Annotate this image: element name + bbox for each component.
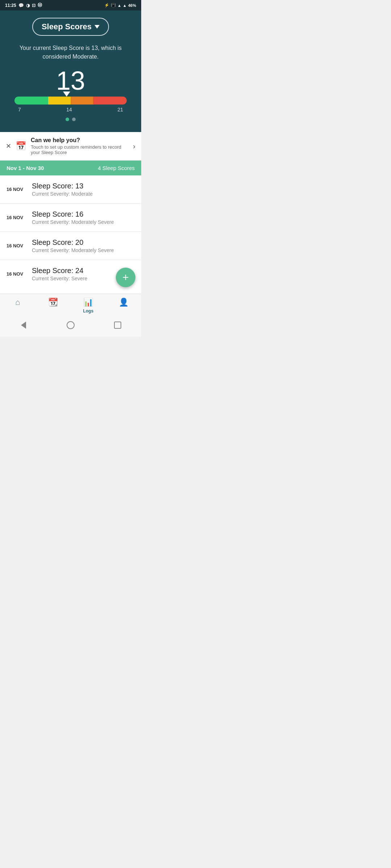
entry-date-1: 16 NOV (7, 187, 32, 192)
home-label: . (17, 309, 18, 314)
nav-item-profile[interactable]: 👤 . (111, 298, 136, 314)
entry-content-3: Sleep Score: 20 Current Severity: Modera… (32, 238, 135, 253)
score-bar (14, 97, 127, 105)
entry-content-1: Sleep Score: 13 Current Severity: Modera… (32, 182, 135, 197)
list-item[interactable]: 16 NOV Sleep Score: 13 Current Severity:… (0, 175, 141, 204)
calendar-nav-icon: 📆 (48, 298, 58, 307)
dot-1[interactable] (66, 118, 69, 121)
vibrate-icon: 📳 (111, 3, 116, 8)
entry-severity-1: Current Severity: Moderate (32, 191, 135, 197)
scale-label-7: 7 (18, 107, 21, 112)
score-count: 4 Sleep Scores (98, 165, 135, 171)
calendar-nav-label: . (52, 309, 54, 314)
calendar-icon: 📅 (16, 141, 26, 151)
status-right: ⚡ 📳 ▲ ▲ 46% (104, 3, 136, 8)
hero-section: Sleep Scores Your current Sleep Score is… (0, 10, 141, 132)
entry-date-4: 16 NOV (7, 271, 32, 277)
home-button[interactable] (66, 320, 76, 330)
back-button[interactable] (18, 320, 29, 330)
hero-title: Sleep Scores (42, 22, 92, 31)
dot-2[interactable] (72, 118, 76, 121)
chevron-right-icon[interactable]: › (133, 142, 135, 150)
entry-date-2: 16 NOV (7, 215, 32, 220)
signal-icon: ▲ (123, 3, 127, 8)
status-left: 11:25 💬 ◑ ⊡ Ⓜ (5, 2, 42, 8)
recents-button[interactable] (113, 320, 123, 330)
recents-icon (114, 322, 121, 329)
sync-icon: ◑ (26, 3, 30, 8)
hero-subtitle: Your current Sleep Score is 13, which is… (13, 44, 129, 61)
entry-score-1: Sleep Score: 13 (32, 182, 135, 190)
nav-item-calendar[interactable]: 📆 . (40, 298, 66, 314)
bluetooth-icon: ⚡ (104, 3, 109, 8)
entry-severity-3: Current Severity: Moderately Severe (32, 247, 135, 253)
list-item[interactable]: 16 NOV Sleep Score: 16 Current Severity:… (0, 204, 141, 232)
logs-label: Logs (83, 309, 93, 314)
add-button[interactable]: + (116, 268, 135, 287)
home-icon: ⌂ (15, 298, 20, 307)
back-icon (21, 322, 26, 329)
last-item-wrap: 16 NOV Sleep Score: 24 Current Severity:… (0, 260, 141, 294)
date-range: Nov 1 - Nov 30 (7, 165, 44, 171)
battery: 46% (128, 3, 136, 8)
score-pointer-icon (63, 92, 70, 97)
home-circle-icon (67, 321, 75, 329)
system-nav (0, 316, 141, 337)
nav-item-logs[interactable]: 📊 Logs (76, 298, 101, 314)
logs-icon: 📊 (83, 298, 93, 307)
dropdown-arrow-icon (94, 25, 100, 29)
nav-item-home[interactable]: ⌂ . (5, 298, 30, 314)
entry-content-2: Sleep Score: 16 Current Severity: Modera… (32, 210, 135, 225)
score-indicator: 7 14 21 (14, 97, 127, 112)
profile-icon: 👤 (119, 298, 129, 307)
entry-score-2: Sleep Score: 16 (32, 210, 135, 218)
wifi-icon: ▲ (117, 3, 121, 8)
banner-description: Touch to set up custom reminders to reco… (31, 144, 129, 155)
scale-label-21: 21 (117, 107, 123, 112)
entry-date-3: 16 NOV (7, 243, 32, 248)
banner-text: Can we help you? Touch to set up custom … (31, 137, 129, 155)
mail-icon: ⊡ (32, 3, 35, 8)
close-icon[interactable]: ✕ (6, 142, 11, 150)
app-icon: Ⓜ (38, 2, 42, 8)
entry-score-3: Sleep Score: 20 (32, 238, 135, 247)
section-header: Nov 1 - Nov 30 4 Sleep Scores (0, 161, 141, 175)
score-number: 13 (7, 68, 134, 94)
time: 11:25 (5, 3, 16, 8)
list-item[interactable]: 16 NOV Sleep Score: 20 Current Severity:… (0, 232, 141, 260)
status-bar: 11:25 💬 ◑ ⊡ Ⓜ ⚡ 📳 ▲ ▲ 46% (0, 0, 141, 10)
scale-label-14: 14 (66, 107, 72, 112)
title-pill[interactable]: Sleep Scores (32, 18, 109, 36)
bottom-nav: ⌂ . 📆 . 📊 Logs 👤 . (0, 294, 141, 316)
score-labels: 7 14 21 (14, 107, 127, 112)
whatsapp-icon: 💬 (18, 3, 24, 8)
profile-label: . (123, 309, 124, 314)
entry-severity-2: Current Severity: Moderately Severe (32, 219, 135, 225)
banner-title: Can we help you? (31, 137, 129, 144)
page-dots (7, 118, 134, 121)
sleep-entries-list: 16 NOV Sleep Score: 13 Current Severity:… (0, 175, 141, 294)
reminder-banner[interactable]: ✕ 📅 Can we help you? Touch to set up cus… (0, 132, 141, 161)
